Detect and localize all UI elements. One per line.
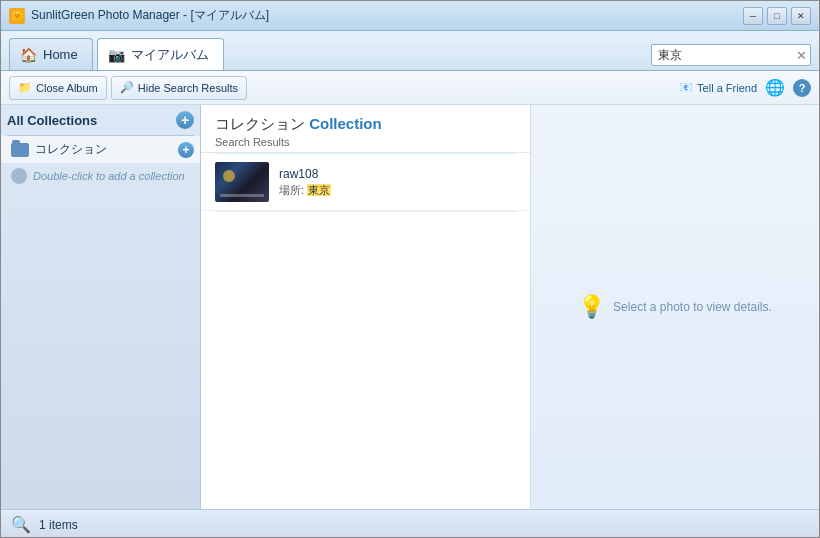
- add-collection-button[interactable]: +: [176, 111, 194, 129]
- collection-title-jp: コレクション: [215, 115, 305, 132]
- home-icon: 🏠: [20, 47, 37, 63]
- search-clear-button[interactable]: ✕: [796, 49, 807, 62]
- maximize-button[interactable]: □: [767, 7, 787, 25]
- main-layout: All Collections + コレクション + Double-click …: [1, 105, 819, 509]
- hide-search-icon: 🔎: [120, 81, 134, 94]
- bulb-icon: 💡: [578, 294, 605, 320]
- toolbar: 📁 Close Album 🔎 Hide Search Results 📧 Te…: [1, 71, 819, 105]
- app-icon: 🌞: [9, 8, 25, 24]
- status-count: 1 items: [39, 518, 78, 532]
- content-area: コレクション Collection Search Results raw108 …: [201, 105, 819, 509]
- photo-meta-prefix: 場所:: [279, 184, 304, 196]
- search-bar: ✕: [651, 44, 811, 70]
- photo-list: コレクション Collection Search Results raw108 …: [201, 105, 531, 509]
- close-album-icon: 📁: [18, 81, 32, 94]
- collection-title-en: Collection: [309, 115, 382, 132]
- window-controls: ─ □ ✕: [743, 7, 811, 25]
- album-icon: 📷: [108, 47, 125, 63]
- detail-panel: 💡 Select a photo to view details.: [531, 105, 819, 509]
- photo-meta: 場所: 東京: [279, 183, 516, 198]
- close-album-button[interactable]: 📁 Close Album: [9, 76, 107, 100]
- minimize-button[interactable]: ─: [743, 7, 763, 25]
- window-title: SunlitGreen Photo Manager - [マイアルバム]: [31, 7, 743, 24]
- help-icon[interactable]: ?: [793, 79, 811, 97]
- close-album-label: Close Album: [36, 82, 98, 94]
- photo-info: raw108 場所: 東京: [279, 167, 516, 198]
- tell-friend-icon: 📧: [679, 81, 693, 94]
- status-search-icon: 🔍: [11, 515, 31, 534]
- collection-folder-icon: [11, 143, 29, 157]
- close-button[interactable]: ✕: [791, 7, 811, 25]
- photo-location: 東京: [307, 184, 331, 196]
- hide-search-button[interactable]: 🔎 Hide Search Results: [111, 76, 247, 100]
- statusbar: 🔍 1 items: [1, 509, 819, 538]
- search-input[interactable]: [651, 44, 811, 66]
- sidebar-hint: Double-click to add a collection: [1, 163, 200, 189]
- sidebar: All Collections + コレクション + Double-click …: [1, 105, 201, 509]
- sidebar-item-label: コレクション: [35, 141, 107, 158]
- sidebar-hint-text: Double-click to add a collection: [33, 170, 185, 182]
- titlebar: 🌞 SunlitGreen Photo Manager - [マイアルバム] ─…: [1, 1, 819, 31]
- detail-hint: 💡 Select a photo to view details.: [578, 294, 772, 320]
- list-divider-bottom: [215, 211, 516, 212]
- add-to-collection-button[interactable]: +: [178, 142, 194, 158]
- tell-friend-link[interactable]: 📧 Tell a Friend: [679, 81, 757, 94]
- tab-myalbum[interactable]: 📷 マイアルバム: [97, 38, 224, 70]
- search-wrapper: ✕: [651, 44, 811, 66]
- photo-item[interactable]: raw108 場所: 東京: [201, 154, 530, 211]
- tabbar: 🏠 Home 📷 マイアルバム ✕: [1, 31, 819, 71]
- tab-myalbum-label: マイアルバム: [131, 46, 209, 64]
- hint-icon: [11, 168, 27, 184]
- tab-home[interactable]: 🏠 Home: [9, 38, 93, 70]
- globe-icon[interactable]: 🌐: [765, 78, 785, 97]
- collection-header: コレクション Collection Search Results: [201, 105, 530, 153]
- tell-friend-label: Tell a Friend: [697, 82, 757, 94]
- photo-name: raw108: [279, 167, 516, 181]
- tab-home-label: Home: [43, 47, 78, 62]
- photo-thumbnail: [215, 162, 269, 202]
- collection-title: コレクション Collection: [215, 115, 516, 134]
- sidebar-header: All Collections +: [1, 105, 200, 135]
- toolbar-right: 📧 Tell a Friend 🌐 ?: [679, 78, 811, 97]
- sidebar-item-collection[interactable]: コレクション +: [1, 136, 200, 163]
- hide-search-label: Hide Search Results: [138, 82, 238, 94]
- search-results-label: Search Results: [215, 136, 516, 148]
- all-collections-label: All Collections: [7, 113, 97, 128]
- detail-hint-text: Select a photo to view details.: [613, 300, 772, 314]
